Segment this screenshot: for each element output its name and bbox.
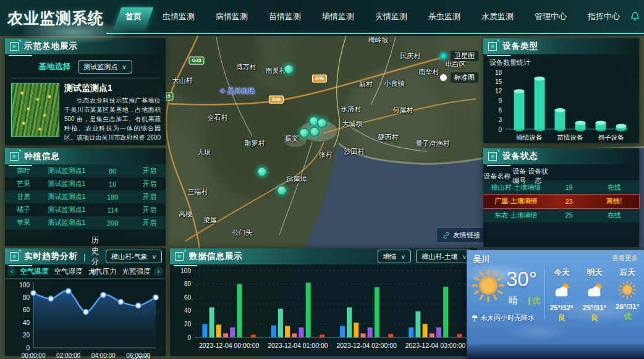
nav-item-管理中心[interactable]: 管理中心 [524,0,577,33]
trend-line-chart: 02040608010000:00:0002:00:0004:00:0006:0… [10,279,161,359]
nav-item-指挥中心[interactable]: 指挥中心 [577,0,630,33]
history-analysis-tab[interactable]: 历史分析 [91,235,100,277]
sensor-select-value: 樟山村-土壤 [422,252,458,261]
sensor-select-dropdown[interactable]: 樟山村-土壤 ∨ [416,250,472,263]
chevron-down-icon: ∨ [462,253,467,260]
data-bar-chart: 0204060801002023-12-04 00:00:002023-12-0… [172,266,475,356]
device-status-row: 樟山村-土壤墒情19在线 [483,180,639,195]
forecast-今天: 今天25°/32°良 [550,268,574,331]
layer-satellite-label: 卫星图 [451,51,478,61]
bell-icon[interactable] [630,12,640,21]
layer-satellite-option[interactable]: 卫星图 [440,51,478,61]
nav-menu: 首页虫情监测病情监测苗情监测墒情监测灾情监测杀虫监测水质监测管理中心指挥中心 [115,0,630,33]
site-title: 测试监测点1 [64,83,161,94]
svg-text:12: 12 [495,88,502,95]
panel-title: 设备状态 [502,151,538,162]
svg-text:20: 20 [23,332,30,339]
weather-widget: 吴川 查看更多 30° 晴 优 未来两小时无降水 今天25°/32°良明天25°… [467,250,644,359]
planting-info-panel: 种植信息 茶叶测试监测点180开启芒果测试监测点110开启甘蔗测试监测点1180… [5,148,166,246]
view-more-link[interactable]: 查看更多 [612,254,638,265]
table-row: 芒果测试监测点110开启 [5,177,166,190]
device-type-panel: 设备类型 设备数量统计 0369121518墒情设备苗情设备孢子设备 [483,38,639,143]
nav-item-杀虫监测[interactable]: 杀虫监测 [418,0,471,33]
svg-text:80: 80 [23,294,30,301]
chevron-down-icon: ∨ [401,253,405,260]
panel-title: 设备类型 [502,41,538,52]
divider: | [83,252,85,261]
svg-text:100: 100 [180,268,191,274]
weather-footer [467,344,644,359]
station-select-value: 樟山村-气象 [111,252,148,261]
svg-text:60: 60 [184,294,192,301]
map-marker[interactable] [257,167,268,177]
svg-text:80: 80 [184,281,192,287]
table-header: 设备名称设备编号设备状态 [483,166,639,180]
panel-corner-icon [10,42,19,51]
tabs-prev-arrow[interactable]: ‹ [7,267,17,276]
svg-text:苗情设备: 苗情设备 [557,133,584,141]
svg-text:100: 100 [19,282,30,289]
svg-text:2023-12-04 01:00:00: 2023-12-04 01:00:00 [268,342,328,349]
svg-text:60: 60 [23,306,30,313]
map-marker[interactable] [310,127,320,137]
base-select-dropdown[interactable]: 测试监测点 ∨ [78,60,132,74]
nav-item-虫情监测[interactable]: 虫情监测 [152,0,205,33]
friend-links-button[interactable]: 友情链接 [436,227,486,243]
svg-text:2023-12-04 02:00:00: 2023-12-04 02:00:00 [336,342,397,349]
layer-standard-label: 标准图 [451,72,478,83]
svg-text:00:00:00: 00:00:00 [22,352,46,359]
nav-item-水质监测[interactable]: 水质监测 [471,0,524,33]
svg-text:6: 6 [498,107,502,114]
panel-corner-icon [175,252,184,261]
svg-text:40: 40 [23,319,30,326]
nav-item-病情监测[interactable]: 病情监测 [205,0,258,33]
chevron-down-icon: ∨ [152,253,156,260]
chevron-down-icon: ∨ [122,64,126,70]
panel-title: 数据信息展示 [189,251,243,262]
panel-corner-icon [488,42,497,51]
map-marker[interactable] [317,118,328,129]
layer-standard-option[interactable]: 标准图 [440,72,478,83]
chart-caption: 设备数量统计 [483,54,639,67]
panel-title: 实时趋势分析 [24,251,78,262]
metric-select-dropdown[interactable]: 墒情 ∨ [378,250,411,263]
nav-item-首页[interactable]: 首页 [115,0,152,33]
tab-光照强度[interactable]: 光照强度 [120,267,153,276]
map-marker[interactable] [299,128,310,138]
tab-空气湿度[interactable]: 空气湿度 [52,267,85,276]
sun-icon [616,281,639,302]
map-marker[interactable] [277,185,287,196]
radio-unselected-icon [440,74,447,81]
svg-text:2023-12-04 03:00:00: 2023-12-04 03:00:00 [405,342,466,349]
svg-text:2023-12-04 00:00:00: 2023-12-04 00:00:00 [199,342,260,349]
forecast-后天: 后天26°/31°优 [616,268,639,331]
map-marker[interactable] [284,64,294,75]
nav-item-苗情监测[interactable]: 苗情监测 [258,0,311,33]
panel-corner-icon [488,152,497,161]
svg-text:15: 15 [495,78,502,85]
svg-text:0: 0 [498,126,502,133]
current-condition: 晴 [509,295,518,306]
weather-city: 吴川 [473,254,489,265]
friend-links-label: 友情链接 [453,230,480,240]
table-row: 甘蔗测试监测点1180开启 [5,190,166,203]
tab-空气温度[interactable]: 空气温度 [18,267,51,276]
device-status-row: 东农-土壤墒情25在线 [483,208,639,222]
panel-corner-icon [10,152,19,161]
svg-text:0: 0 [26,345,30,352]
station-select-dropdown[interactable]: 樟山村-气象 ∨ [106,250,162,263]
table-row: 茶叶测试监测点180开启 [5,164,166,177]
svg-text:墒情设备: 墒情设备 [516,133,543,141]
nav-item-灾情监测[interactable]: 灾情监测 [365,0,418,33]
data-info-panel: 数据信息展示 墒情 ∨ 樟山村-土壤 ∨ 0204060801002023-12… [170,248,477,356]
panel-corner-icon [10,252,19,261]
nav-item-墒情监测[interactable]: 墒情监测 [311,0,365,33]
svg-text:孢子设备: 孢子设备 [598,133,625,141]
trend-analysis-panel: 实时趋势分析 | 历史分析 樟山村-气象 ∨ ‹空气温度空气湿度大气压力光照强度… [5,248,166,356]
partly-cloudy-icon [550,281,574,303]
tabs-next-arrow[interactable]: › [154,267,163,276]
table-body: 樟山村-土壤墒情19在线广屋-气象站22在线广屋-土壤墒情23离线!东农-气象站… [483,180,639,222]
demo-base-panel: 示范基地展示 基地选择 测试监测点 ∨ 测试监测点1 生态农业科技示范推广基地位… [5,38,166,145]
metric-tabs: ‹空气温度空气湿度大气压力光照强度› [5,264,166,279]
app-title: 农业监测系统 [0,0,106,36]
